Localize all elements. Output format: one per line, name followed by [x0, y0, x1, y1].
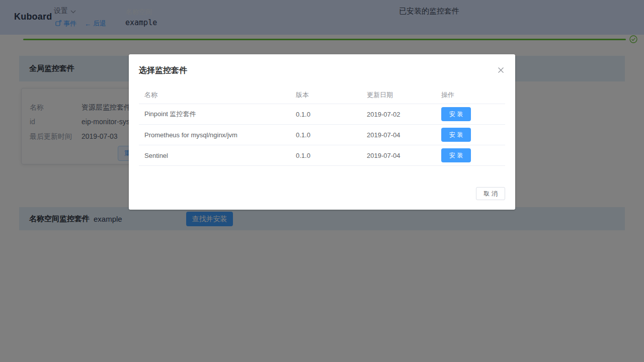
- select-suite-dialog: 选择监控套件 名称 版本 更新日期 操作 Pinpoint 监控套件 0.1.0…: [129, 54, 515, 210]
- close-icon[interactable]: [497, 66, 505, 74]
- dialog-title: 选择监控套件: [139, 65, 187, 76]
- table-row: Pinpoint 监控套件 0.1.0 2019-07-02 安 装: [139, 104, 505, 125]
- suite-table: 名称 版本 更新日期 操作 Pinpoint 监控套件 0.1.0 2019-0…: [139, 86, 505, 166]
- col-header-action: 操作: [436, 90, 505, 100]
- cancel-button[interactable]: 取 消: [476, 187, 505, 200]
- install-button[interactable]: 安 装: [441, 148, 471, 162]
- table-header-row: 名称 版本 更新日期 操作: [139, 86, 505, 104]
- suite-updated: 2019-07-04: [361, 152, 436, 159]
- table-row: Sentinel 0.1.0 2019-07-04 安 装: [139, 145, 505, 166]
- suite-updated: 2019-07-04: [361, 131, 436, 139]
- table-row: Prometheus for mysql/nginx/jvm 0.1.0 201…: [139, 125, 505, 145]
- install-button[interactable]: 安 装: [441, 128, 471, 142]
- suite-name: Sentinel: [139, 152, 290, 159]
- suite-version: 0.1.0: [290, 111, 361, 118]
- install-button[interactable]: 安 装: [441, 107, 471, 121]
- suite-name: Pinpoint 监控套件: [139, 110, 290, 119]
- suite-name: Prometheus for mysql/nginx/jvm: [139, 131, 290, 139]
- suite-version: 0.1.0: [290, 131, 361, 139]
- col-header-version: 版本: [290, 90, 361, 100]
- col-header-updated: 更新日期: [361, 90, 436, 100]
- suite-version: 0.1.0: [290, 152, 361, 159]
- suite-updated: 2019-07-02: [361, 111, 436, 118]
- col-header-name: 名称: [139, 90, 290, 100]
